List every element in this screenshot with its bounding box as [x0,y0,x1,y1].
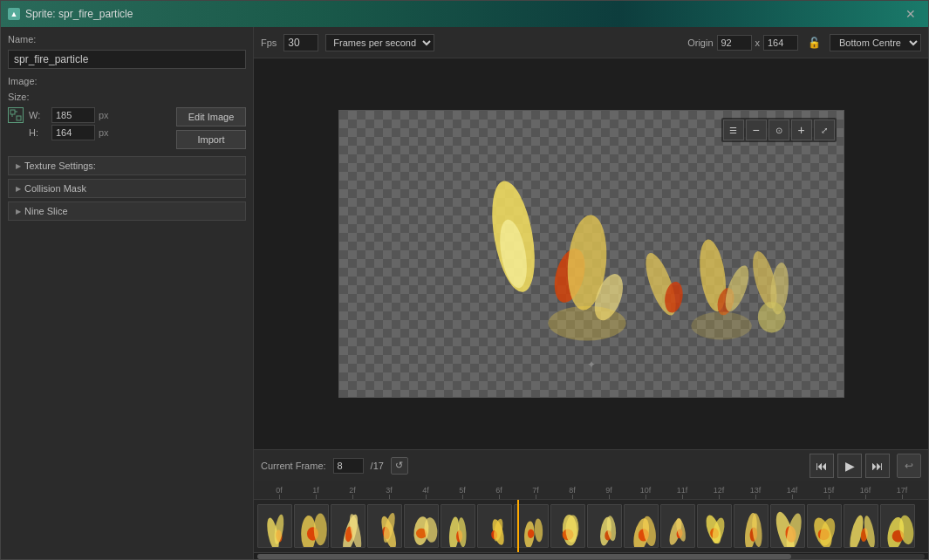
ruler-mark: 14f [774,486,810,499]
edit-image-button[interactable]: Edit Image [176,107,246,126]
texture-settings-label: Texture Settings: [24,160,96,171]
origin-preset-select[interactable]: Bottom Centre [830,34,921,51]
ruler-mark: 10f [627,486,664,499]
ruler-mark: 16f [847,486,884,499]
texture-settings-header[interactable]: ▶ Texture Settings: [8,156,246,175]
timeline-ruler: 0f1f2f3f4f5f6f7f8f9f10f11f12f13f14f15f16… [254,481,928,500]
size-label: Size: [8,92,246,102]
current-frame-input[interactable] [333,458,364,474]
svg-rect-1 [17,116,21,120]
skip-to-end-button[interactable]: ⏭ [865,454,890,478]
frame-thumb[interactable] [587,504,622,548]
image-buttons: Edit Image Import [176,107,246,149]
title-bar: ▲ Sprite: spr_fire_particle ✕ [1,1,928,27]
frame-thumb[interactable] [550,504,585,548]
frame-thumb[interactable] [660,504,695,548]
window-icon: ▲ [8,8,20,20]
frame-thumb[interactable] [404,504,439,548]
playback-controls: ⏮ ▶ ⏭ [809,454,890,478]
zoom-fit-button[interactable]: ⤢ [814,120,835,140]
width-row: W: px [29,107,109,123]
ruler-mark: 15f [810,486,847,499]
ruler-marks: 0f1f2f3f4f5f6f7f8f9f10f11f12f13f14f15f16… [261,486,928,499]
origin-x-separator: x [755,38,761,48]
main-content: Name: Image: Size: W: [1,27,928,559]
frame-thumb[interactable] [441,504,475,548]
frame-thumb[interactable] [697,504,732,548]
frame-thumb[interactable] [367,504,402,548]
fps-input[interactable] [283,34,318,51]
origin-section: Origin x [687,35,798,51]
ruler-mark: 13f [737,486,774,499]
play-button[interactable]: ▶ [837,454,862,478]
svg-rect-0 [10,110,15,114]
zoom-out-button[interactable]: − [746,120,767,140]
resize-icon[interactable] [8,107,24,123]
size-section: W: px H: px Edit Image Import [8,107,246,149]
timeline-frames[interactable] [254,500,928,552]
width-input[interactable] [51,107,95,123]
name-input[interactable] [8,50,246,69]
loop-end-button[interactable]: ↩ [897,454,921,478]
nine-slice-chevron-icon: ▶ [16,208,21,215]
frame-thumb[interactable] [331,504,365,548]
frame-thumb[interactable] [477,504,512,548]
left-panel: Name: Image: Size: W: [1,27,254,559]
frame-thumbnails [254,500,928,552]
height-input[interactable] [51,125,95,140]
zoom-reset-button[interactable]: ⊙ [768,120,789,140]
current-frame-label: Current Frame: [261,461,326,471]
window-title: Sprite: spr_fire_particle [25,8,133,20]
frame-thumb[interactable] [294,504,329,548]
collision-mask-header[interactable]: ▶ Collision Mask [8,179,246,198]
collision-mask-label: Collision Mask [24,183,86,194]
timeline-area: 0f1f2f3f4f5f6f7f8f9f10f11f12f13f14f15f16… [254,481,928,559]
skip-to-start-button[interactable]: ⏮ [809,454,834,478]
frame-thumb[interactable] [734,504,768,548]
loop-button[interactable]: ↺ [391,457,408,475]
playhead [517,500,519,552]
title-bar-left: ▲ Sprite: spr_fire_particle [8,8,133,20]
canvas-flames [339,111,844,397]
fps-label: Fps [261,38,277,48]
frame-thumb[interactable] [880,504,915,548]
fps-unit-select[interactable]: Frames per second [325,34,434,51]
origin-x-input[interactable] [717,35,752,51]
timeline-scrollbar[interactable] [254,552,928,559]
lock-icon[interactable]: 🔓 [805,34,823,51]
frame-thumb[interactable] [514,504,549,548]
playback-bar: Current Frame: /17 ↺ ⏮ ▶ ⏭ ↩ [254,449,928,481]
ruler-mark: 17f [884,486,920,499]
size-inputs: W: px H: px [29,107,109,140]
frame-thumb[interactable] [807,504,842,548]
origin-y-input[interactable] [763,35,798,51]
close-button[interactable]: ✕ [900,5,921,23]
height-label: H: [29,127,48,138]
ruler-mark: 9f [591,486,627,499]
import-button[interactable]: Import [176,130,246,149]
ruler-mark: 4f [407,486,444,499]
timeline-scroll-thumb[interactable] [257,554,791,559]
frame-thumb[interactable] [257,504,292,548]
nine-slice-header[interactable]: ▶ Nine Slice [8,201,246,221]
ruler-mark: 3f [371,486,407,499]
top-toolbar: Fps Frames per second Origin x 🔓 Bottom … [254,27,928,58]
main-window: ▲ Sprite: spr_fire_particle ✕ Name: Imag… [0,0,929,560]
frame-thumb[interactable] [844,504,878,548]
name-label: Name: [8,34,246,44]
canvas-viewport: ☰ − ⊙ + ⤢ ✦ [338,110,844,398]
timeline-scroll-track [257,554,925,559]
canvas-controls: ☰ − ⊙ + ⤢ [721,118,837,142]
frame-thumb[interactable] [624,504,659,548]
ruler-mark: 12f [700,486,737,499]
ruler-mark: 1f [297,486,334,499]
image-label: Image: [8,76,246,86]
frame-thumb[interactable] [770,504,805,548]
zoom-in-button[interactable]: + [791,120,812,140]
width-label: W: [29,110,48,120]
svg-point-18 [691,312,752,340]
origin-marker: ✦ [587,359,596,371]
hamburger-menu-button[interactable]: ☰ [723,120,744,140]
texture-chevron-icon: ▶ [16,162,21,170]
origin-label: Origin [687,38,713,48]
